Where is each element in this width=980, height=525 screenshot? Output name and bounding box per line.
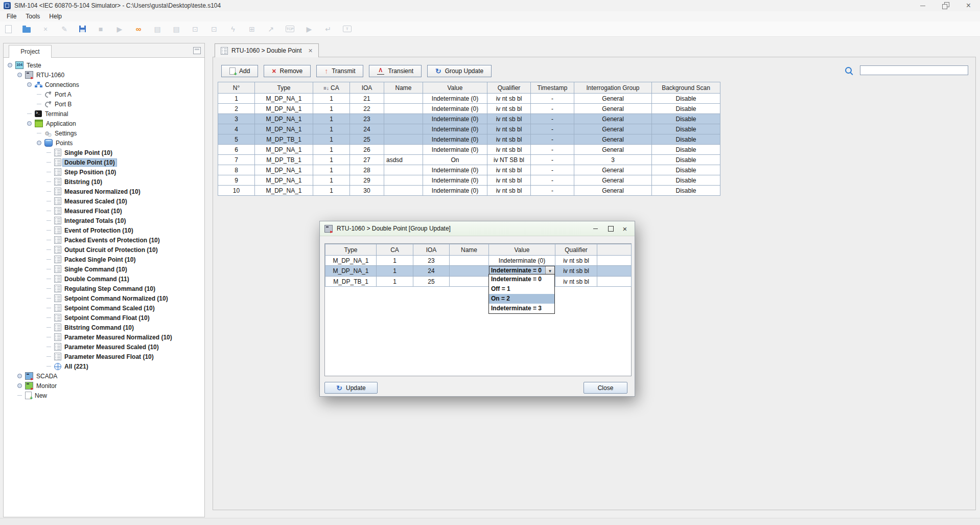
tree-item[interactable]: Measured Scaled (10)	[4, 196, 204, 206]
tree-item[interactable]: Event of Protection (10)	[4, 225, 204, 235]
tree-expander-icon[interactable]	[15, 395, 24, 396]
play-icon-2[interactable]: ▶	[305, 25, 313, 33]
table-row[interactable]: 1 M_DP_NA_1 1 21 Indeterminate (0) iv nt…	[218, 94, 720, 104]
tree-expander-icon[interactable]	[44, 279, 53, 279]
tree-expander-icon[interactable]	[44, 327, 53, 328]
open-folder-icon[interactable]	[22, 27, 31, 33]
tree-item[interactable]: Single Point (10)	[4, 148, 204, 157]
tree-item[interactable]: Parameter Measured Normalized (10)	[4, 332, 204, 342]
tree-expander-icon[interactable]	[44, 191, 53, 192]
update-button[interactable]: ↻ Update	[324, 382, 378, 394]
tree-item[interactable]: Bitstring Command (10)	[4, 323, 204, 332]
dialog-minimize-button[interactable]	[588, 221, 603, 236]
tree-expander-icon[interactable]	[44, 201, 53, 201]
tree-expander-icon[interactable]	[44, 249, 53, 250]
tree-expander-icon[interactable]	[44, 181, 53, 182]
col-timestamp[interactable]: Timestamp	[531, 82, 574, 94]
dialog-table-row[interactable]: M_DP_NA_1 1 24 Indeterminate = 0 ▼	[325, 266, 632, 277]
dialog-close-icon[interactable]: ×	[617, 221, 633, 236]
restore-button[interactable]	[934, 0, 957, 11]
col-n[interactable]: N°	[218, 82, 255, 94]
minimize-button[interactable]	[911, 0, 934, 11]
tree-expander-icon[interactable]	[35, 104, 43, 104]
dialog-close-button[interactable]: Close	[584, 382, 627, 394]
tree-item[interactable]: Settings	[4, 128, 204, 138]
tree-expander-icon[interactable]	[44, 288, 53, 289]
tree-expander-icon[interactable]	[44, 172, 53, 172]
tree-item[interactable]: RTU-1060	[4, 70, 204, 80]
tree-expander-icon[interactable]	[44, 317, 53, 318]
close-button[interactable]: ×	[957, 0, 980, 11]
tree-item[interactable]: Double Point (10)	[4, 157, 204, 167]
tree-expander-icon[interactable]	[44, 220, 53, 221]
start-icon[interactable]: ▶	[115, 25, 124, 33]
tree-expander-icon[interactable]	[15, 73, 24, 77]
tab-double-point[interactable]: RTU-1060 > Double Point ×	[215, 43, 319, 57]
tree-expander-icon[interactable]	[44, 298, 53, 299]
tree-item[interactable]: Teste	[4, 60, 204, 70]
window-icon-2[interactable]: ⊡	[210, 25, 218, 33]
tree-item[interactable]: Setpoint Command Scaled (10)	[4, 303, 204, 313]
dialog-maximize-button[interactable]	[603, 221, 618, 236]
server-icon-2[interactable]: ▤	[172, 25, 180, 33]
edit-pencil-icon[interactable]: ✎	[60, 25, 68, 33]
tree-expander-icon[interactable]	[44, 337, 53, 337]
tree-item[interactable]: Bitstring (10)	[4, 177, 204, 187]
col-ioa[interactable]: IOA	[350, 82, 384, 94]
tree-expander-icon[interactable]	[44, 259, 53, 260]
tree-expander-icon[interactable]	[44, 356, 53, 357]
col-ca[interactable]: CA	[313, 82, 350, 94]
dcol-value[interactable]: Value	[489, 244, 555, 256]
tree-item[interactable]: Parameter Measured Scaled (10)	[4, 342, 204, 352]
dcol-qualifier[interactable]: Qualifier	[555, 244, 597, 256]
tree-item[interactable]: Packed Events of Protection (10)	[4, 235, 204, 245]
table-row[interactable]: 8 M_DP_NA_1 1 28 Indeterminate (0) iv nt…	[218, 165, 720, 175]
tree-expander-icon[interactable]	[44, 162, 53, 163]
dropdown-option[interactable]: Indeterminate = 3	[489, 304, 554, 313]
tree-item[interactable]: Integrated Totals (10)	[4, 216, 204, 225]
export-icon[interactable]: ↗	[267, 25, 275, 33]
dropdown-option[interactable]: Indeterminate = 0	[489, 275, 554, 284]
transient-button[interactable]: Transient	[369, 65, 422, 77]
tree-expander-icon[interactable]	[44, 230, 53, 231]
tree-item[interactable]: Single Command (10)	[4, 264, 204, 274]
table-row[interactable]: 7 M_DP_TB_1 1 27 asdsd On iv NT SB bl - …	[218, 155, 720, 165]
dcol-ioa[interactable]: IOA	[413, 244, 450, 256]
tree-expander-icon[interactable]	[15, 383, 24, 388]
dcol-name[interactable]: Name	[450, 244, 489, 256]
tree-item[interactable]: Setpoint Command Normalized (10)	[4, 293, 204, 303]
tree-item[interactable]: Application	[4, 119, 204, 128]
table-row[interactable]: 5 M_DP_TB_1 1 25 Indeterminate (0) iv nt…	[218, 134, 720, 145]
tree-item[interactable]: Monitor	[4, 381, 204, 391]
save-icon[interactable]	[79, 26, 86, 32]
col-name[interactable]: Name	[384, 82, 423, 94]
tree-item[interactable]: Packed Single Point (10)	[4, 255, 204, 264]
tree-expander-icon[interactable]	[35, 141, 43, 145]
tree-item[interactable]: New	[4, 391, 204, 400]
remove-button[interactable]: × Remove	[264, 65, 311, 77]
menu-item[interactable]: Tools	[21, 12, 44, 21]
transmit-button[interactable]: ↑ Transmit	[316, 65, 363, 77]
tree-expander-icon[interactable]	[15, 374, 24, 378]
tree-item[interactable]: SCADA	[4, 371, 204, 381]
search-input[interactable]	[860, 65, 968, 75]
dcol-ca[interactable]: CA	[377, 244, 413, 256]
tree-item[interactable]: Output Circuit of Protection (10)	[4, 245, 204, 255]
col-interrogation-group[interactable]: Interrogation Group	[574, 82, 652, 94]
table-row[interactable]: 2 M_DP_NA_1 1 22 Indeterminate (0) iv nt…	[218, 104, 720, 114]
server-icon[interactable]: ▤	[153, 25, 161, 33]
tree-item[interactable]: Parameter Measured Float (10)	[4, 352, 204, 361]
tab-close-icon[interactable]: ×	[309, 47, 313, 55]
tree-item[interactable]: Setpoint Command Float (10)	[4, 313, 204, 323]
table-icon[interactable]: ⊞	[248, 25, 256, 33]
tree-expander-icon[interactable]	[44, 366, 53, 367]
lightning-icon[interactable]: ϟ	[229, 25, 237, 33]
tree-item[interactable]: Points	[4, 138, 204, 148]
tree-item[interactable]: Regulating Step Command (10)	[4, 284, 204, 293]
dialog-table-row[interactable]: M_DP_TB_1 1 25 iv nt sb bl	[325, 277, 632, 287]
col-value[interactable]: Value	[423, 82, 487, 94]
tree-expander-icon[interactable]	[44, 347, 53, 347]
tree-item[interactable]: Measured Float (10)	[4, 206, 204, 216]
tree-item[interactable]: Port A	[4, 89, 204, 99]
table-row[interactable]: 3 M_DP_NA_1 1 23 Indeterminate (0) iv nt…	[218, 114, 720, 124]
